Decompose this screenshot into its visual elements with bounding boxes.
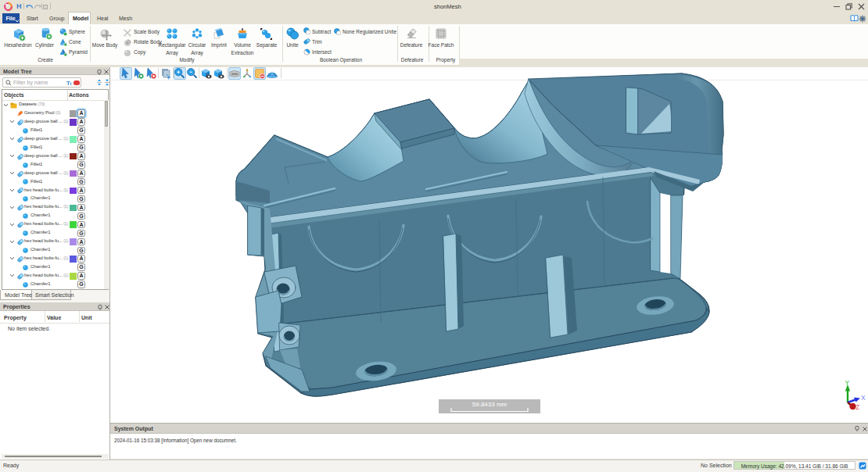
- svg-text:X: X: [861, 394, 866, 402]
- svg-text:Z: Z: [855, 403, 859, 411]
- svg-text:Y: Y: [845, 379, 850, 387]
